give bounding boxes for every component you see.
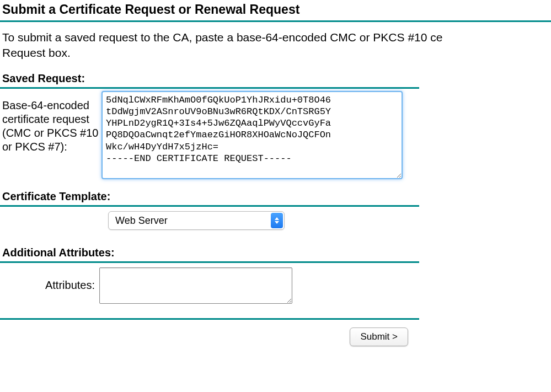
saved-request-label: Base-64-encoded certificate request (CMC…	[0, 91, 101, 154]
description-line-2: Request box.	[2, 46, 71, 59]
description-line-1: To submit a saved request to the CA, pas…	[2, 31, 442, 44]
certificate-template-select[interactable]: Web Server	[108, 211, 285, 230]
certificate-request-textarea[interactable]: 5dNqlCWxRFmKhAmO0fGQkUoP1YhJRxidu+0T8O46…	[101, 91, 403, 179]
attributes-label: Attributes:	[0, 279, 99, 292]
description-text: To submit a saved request to the CA, pas…	[0, 22, 551, 61]
additional-attributes-heading: Additional Attributes:	[0, 235, 419, 263]
page-title: Submit a Certificate Request or Renewal …	[0, 2, 551, 22]
certificate-template-select-wrap[interactable]: Web Server	[108, 211, 285, 230]
certificate-template-heading: Certificate Template:	[0, 179, 419, 207]
submit-button[interactable]: Submit >	[350, 327, 408, 346]
attributes-textarea[interactable]	[99, 267, 292, 304]
saved-request-heading: Saved Request:	[0, 61, 419, 89]
